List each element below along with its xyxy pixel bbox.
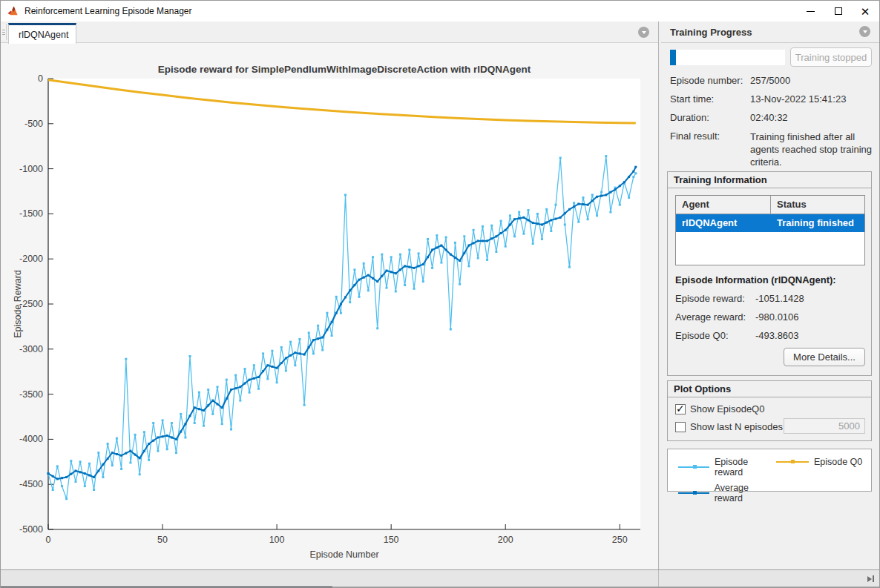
panel-title: Training Progress xyxy=(670,27,752,38)
start-time-label: Start time: xyxy=(670,93,714,105)
chevron-down-icon[interactable] xyxy=(859,26,870,37)
training-information-box: Training Information Agent Status rlDQNA… xyxy=(667,171,872,376)
episode-number-value: 257/5000 xyxy=(750,75,790,86)
svg-text:100: 100 xyxy=(269,535,285,545)
matlab-logo-icon xyxy=(7,5,19,17)
plot-options-box: Plot Options Show EpisodeQ0 Show last N … xyxy=(667,380,872,441)
svg-text:Episode Number: Episode Number xyxy=(309,549,378,560)
legend-label-average-reward: Average reward xyxy=(715,483,776,503)
training-progress-panel: Training Progress Training stopped Episo… xyxy=(661,22,880,569)
table-header-status: Status xyxy=(771,196,864,214)
more-details-button[interactable]: More Details... xyxy=(784,348,865,366)
svg-text:-3500: -3500 xyxy=(19,389,43,400)
progress-fill xyxy=(670,50,676,65)
svg-text:-4000: -4000 xyxy=(19,434,43,444)
show-last-n-checkbox[interactable] xyxy=(675,422,686,432)
svg-text:0: 0 xyxy=(46,535,51,545)
maximize-button[interactable] xyxy=(826,1,851,22)
episode-number-label: Episode number: xyxy=(670,75,743,86)
svg-text:Episode reward for SimplePendl: Episode reward for SimplePendlumWithImag… xyxy=(158,64,531,75)
svg-text:-5000: -5000 xyxy=(19,524,43,535)
table-header-agent: Agent xyxy=(676,196,771,214)
svg-text:-1500: -1500 xyxy=(19,208,43,219)
bottom-bar-divider xyxy=(658,570,659,587)
tab-rldqnagent[interactable]: rlDQNAgent xyxy=(8,23,76,44)
agent-status-table: Agent Status rlDQNAgent Training finishe… xyxy=(675,195,865,265)
svg-text:200: 200 xyxy=(498,535,513,545)
table-row[interactable]: rlDQNAgent Training finished xyxy=(676,214,864,232)
svg-text:250: 250 xyxy=(612,535,628,545)
tab-strip: rlDQNAgent xyxy=(1,22,658,43)
legend-line-episode-reward xyxy=(678,466,709,468)
svg-text:0: 0 xyxy=(38,73,43,84)
close-button[interactable]: ✕ xyxy=(853,1,878,22)
minimize-button[interactable] xyxy=(798,1,823,22)
show-episodeq0-label: Show EpisodeQ0 xyxy=(690,403,764,414)
last-n-episodes-input[interactable] xyxy=(784,418,865,434)
chevron-down-icon[interactable] xyxy=(638,27,649,38)
tab-label: rlDQNAgent xyxy=(19,30,68,40)
show-episodeq0-checkbox[interactable] xyxy=(675,404,686,414)
training-information-title: Training Information xyxy=(668,172,871,188)
duration-value: 02:40:32 xyxy=(750,112,788,123)
plot-options-title: Plot Options xyxy=(668,381,871,397)
start-time-value: 13-Nov-2022 15:41:23 xyxy=(750,93,846,105)
table-cell-status: Training finished xyxy=(771,214,864,232)
episode-q0-label: Episode Q0: xyxy=(675,330,729,341)
episode-q0-value: -493.8603 xyxy=(755,330,799,341)
episode-reward-value: -1051.1428 xyxy=(755,293,804,304)
table-cell-agent: rlDQNAgent xyxy=(676,214,771,232)
legend-line-episode-q0 xyxy=(776,461,809,463)
legend-line-average-reward xyxy=(678,492,709,494)
svg-text:150: 150 xyxy=(384,535,399,545)
svg-text:-3000: -3000 xyxy=(19,344,43,354)
maximize-icon xyxy=(835,7,842,15)
app-window: Reinforcement Learning Episode Manager ✕… xyxy=(0,0,880,588)
episode-information-title: Episode Information (rlDQNAgent): xyxy=(675,274,836,285)
close-icon: ✕ xyxy=(861,6,870,17)
final-result-value: Training finished after all agents reach… xyxy=(750,131,873,168)
svg-text:-500: -500 xyxy=(24,119,43,129)
panel-header: Training Progress xyxy=(661,22,880,43)
minimize-icon xyxy=(807,11,815,12)
episode-reward-label: Episode reward: xyxy=(675,293,745,304)
svg-text:Episode Reward: Episode Reward xyxy=(13,270,23,338)
final-result-label: Final result: xyxy=(670,131,720,142)
skip-to-end-icon[interactable] xyxy=(867,574,877,584)
show-last-n-label: Show last N episodes xyxy=(690,421,783,432)
training-chart: Episode reward for SimplePendlumWithImag… xyxy=(1,43,658,569)
chart-region: Episode reward for SimplePendlumWithImag… xyxy=(1,43,658,569)
svg-text:50: 50 xyxy=(157,535,168,545)
chart-legend: Episode reward Average reward Episode Q0 xyxy=(667,449,872,492)
training-stopped-button[interactable]: Training stopped xyxy=(790,47,872,67)
average-reward-label: Average reward: xyxy=(675,311,746,323)
window-title: Reinforcement Learning Episode Manager xyxy=(24,6,191,16)
svg-text:-2000: -2000 xyxy=(19,254,43,264)
duration-label: Duration: xyxy=(670,112,709,123)
legend-item-average-reward: Average reward xyxy=(678,483,776,503)
grip-icon[interactable] xyxy=(1,24,7,40)
titlebar: Reinforcement Learning Episode Manager ✕ xyxy=(1,1,880,22)
legend-label-episode-q0: Episode Q0 xyxy=(814,457,862,467)
svg-text:-1000: -1000 xyxy=(19,164,43,174)
legend-item-episode-reward: Episode reward xyxy=(678,457,776,478)
bottom-bar xyxy=(1,569,880,587)
legend-label-episode-reward: Episode reward xyxy=(715,457,776,478)
svg-text:-4500: -4500 xyxy=(19,479,43,489)
table-header-row: Agent Status xyxy=(676,196,864,214)
progress-bar xyxy=(670,50,785,65)
legend-item-episode-q0: Episode Q0 xyxy=(776,457,871,467)
average-reward-value: -980.0106 xyxy=(755,311,799,323)
